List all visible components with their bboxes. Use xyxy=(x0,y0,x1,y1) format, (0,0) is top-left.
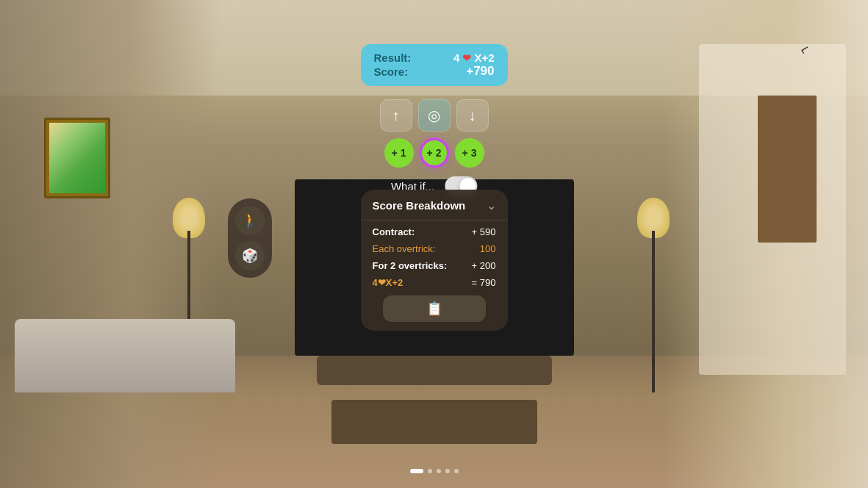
result-contract: X+2 xyxy=(474,51,494,64)
result-row: Result: 4 ❤ X+2 xyxy=(374,51,495,64)
breakdown-header: Score Breakdown ⌄ xyxy=(361,190,508,220)
trick-1-button[interactable]: + 1 xyxy=(384,138,414,168)
heart-icon: ❤ xyxy=(462,52,471,64)
coffee-table xyxy=(331,400,537,444)
score-label: Score: xyxy=(374,65,409,78)
page-dot-1 xyxy=(410,469,423,473)
chevron-down-icon[interactable]: ⌄ xyxy=(487,198,496,212)
breakdown-2overtricks-row: For 2 overtricks: + 200 xyxy=(361,254,508,271)
target-button[interactable]: ◎ xyxy=(418,99,451,132)
tv-unit xyxy=(317,356,552,385)
result-box: Result: 4 ❤ X+2 Score: +790 xyxy=(361,44,508,86)
dice-button[interactable]: 🎲 xyxy=(235,241,265,270)
lamp-right-pole xyxy=(652,231,655,392)
nav-row: ↑ ◎ ↓ xyxy=(380,99,489,132)
result-number: 4 xyxy=(453,51,459,64)
breakdown-title: Score Breakdown xyxy=(373,199,466,212)
copy-icon: 📋 xyxy=(426,301,442,317)
bookshelf xyxy=(758,96,817,243)
two-overtricks-label: For 2 overtricks: xyxy=(373,260,448,271)
copy-button[interactable]: 📋 xyxy=(383,295,486,322)
up-button[interactable]: ↑ xyxy=(380,99,412,132)
breakdown-summary-row: 4❤X+2 = 790 xyxy=(361,271,508,288)
result-label: Result: xyxy=(374,51,412,64)
overtrick-label: Each overtrick: xyxy=(373,243,436,254)
page-dot-5 xyxy=(454,469,459,473)
trick-3-button[interactable]: + 3 xyxy=(455,138,484,168)
trick-2-button[interactable]: + 2 xyxy=(420,138,449,168)
picture-art xyxy=(49,123,105,193)
contract-value: + 590 xyxy=(472,226,496,237)
side-panel: 🚶 🎲 xyxy=(228,198,272,278)
two-overtricks-value: + 200 xyxy=(472,260,496,271)
page-dot-3 xyxy=(437,469,441,473)
score-value: +790 xyxy=(466,64,494,79)
contract-label: Contract: xyxy=(373,226,415,237)
sofa xyxy=(15,319,235,392)
down-button[interactable]: ↓ xyxy=(456,99,489,132)
trick-row: + 1 + 2 + 3 xyxy=(384,138,484,168)
page-dot-4 xyxy=(445,469,450,473)
breakdown-contract-row: Contract: + 590 xyxy=(361,220,508,237)
page-dot-2 xyxy=(428,469,432,473)
score-row: Score: +790 xyxy=(374,64,495,79)
summary-label: 4❤X+2 xyxy=(373,277,403,288)
breakdown-overtrick-row: Each overtrick: 100 xyxy=(361,237,508,254)
breakdown-panel: Score Breakdown ⌄ Contract: + 590 Each o… xyxy=(361,190,508,331)
page-indicator xyxy=(410,469,459,473)
picture-frame xyxy=(44,118,110,198)
summary-value: = 790 xyxy=(472,277,496,288)
result-value: 4 ❤ X+2 xyxy=(453,51,494,64)
overtrick-value: 100 xyxy=(480,243,496,254)
person-button[interactable]: 🚶 xyxy=(235,206,265,235)
